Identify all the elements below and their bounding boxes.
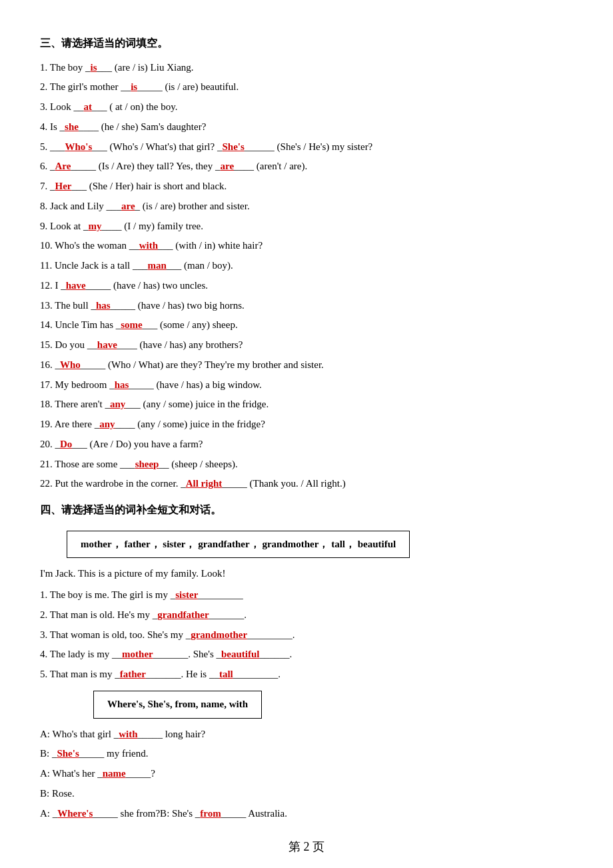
section3-item: 7. _Her___ (She / Her) hair is short and…: [40, 177, 573, 196]
item-answer: man: [148, 260, 167, 271]
item-post: _____ long hair?: [138, 729, 206, 739]
item-pre: The boy is me. The girl is my _: [50, 589, 175, 600]
item-post: _________: [198, 589, 243, 600]
item-answer: are: [121, 201, 135, 211]
item-post: _____ (Who / What) are they? They're my …: [81, 359, 324, 370]
item-number: 2.: [40, 609, 50, 620]
item-pre: Uncle Tim has _: [55, 319, 121, 330]
item-answer2: She's: [222, 141, 244, 152]
item-answer: Where's: [57, 808, 93, 819]
item-number: 19.: [40, 419, 55, 429]
item-pre: ___: [50, 141, 65, 152]
item-number: 1.: [40, 62, 50, 73]
item-post: ____ (aren't / are).: [234, 161, 307, 171]
item-number: 9.: [40, 221, 50, 231]
speaker-label: A:: [40, 729, 52, 739]
item-post: ___ (Are / Do) you have a farm?: [72, 439, 203, 449]
dialog-item: A: Who's that girl _with_____ long hair?: [40, 725, 573, 744]
item-number: 16.: [40, 359, 55, 370]
item-mid: _____ she from?B: She's _: [93, 808, 200, 819]
item-number: 15.: [40, 339, 55, 350]
item-number: 20.: [40, 439, 55, 449]
item-answer: Are: [55, 161, 71, 171]
section3-item: 16. _Who_____ (Who / What) are they? The…: [40, 356, 573, 375]
section3-title: 三、请选择适当的词填空。: [40, 33, 573, 53]
item-pre: Look __: [50, 101, 83, 112]
item-post: ____ (I / my) family tree.: [102, 221, 203, 231]
section3-item: 15. Do you __have____ (have / has) any b…: [40, 336, 573, 355]
item-answer2: tall: [219, 669, 233, 679]
item-number: 5.: [40, 141, 50, 152]
item-number: 3.: [40, 101, 50, 112]
item-answer: any: [110, 399, 125, 409]
item-pre: Jack and Lily ___: [50, 201, 121, 211]
item-number: 22.: [40, 478, 55, 489]
item-answer: any: [99, 419, 115, 429]
item-number: 17.: [40, 379, 55, 390]
speaker-label: A:: [40, 808, 53, 819]
item-mid: _______. She's _: [153, 649, 221, 659]
speaker-label: B:: [40, 788, 52, 799]
dialog-item: B: Rose.: [40, 785, 573, 803]
passage-item: 2. That man is old. He's my _grandfather…: [40, 606, 573, 625]
item-pre: Is _: [50, 121, 65, 132]
item-pre: Who's the woman __: [55, 240, 139, 251]
item-answer: grandmother: [191, 629, 247, 640]
item-answer: she: [65, 121, 79, 132]
item-post: ___ (some / any) sheep.: [143, 319, 238, 330]
section3-item: 4. Is _she____ (he / she) Sam's daughter…: [40, 118, 573, 137]
item-number: 7.: [40, 181, 50, 191]
item-answer: sister: [175, 589, 198, 600]
passage-list: 1. The boy is me. The girl is my _sister…: [40, 586, 573, 684]
passage-item: 5. That man is my _father_______. He is …: [40, 665, 573, 684]
item-post: __ (sheep / sheeps).: [159, 459, 237, 469]
item-pre: What's her _: [52, 768, 102, 779]
item-number: 4.: [40, 121, 50, 132]
item-number: 8.: [40, 201, 50, 211]
item-answer: at: [83, 101, 92, 112]
section3-item: 18. There aren't _any___ (any / some) ju…: [40, 395, 573, 414]
item-post: ______ (She's / He's) my sister?: [245, 141, 372, 152]
section3-item: 21. Those are some ___sheep__ (sheep / s…: [40, 455, 573, 474]
section4-title: 四、请选择适当的词补全短文和对话。: [40, 500, 573, 520]
item-answer: father: [120, 669, 146, 679]
item-answer: Her: [55, 181, 72, 191]
item-pre: My bedroom _: [55, 379, 115, 390]
section3-item: 19. Are there _any____ (any / some) juic…: [40, 415, 573, 434]
item-answer2: are: [221, 161, 235, 171]
item-pre: That man is my _: [50, 669, 120, 679]
item-pre: _: [55, 359, 61, 370]
item-post: _ (is / are) brother and sister.: [135, 201, 250, 211]
dialog-item: A: _Where's_____ she from?B: She's _from…: [40, 805, 573, 823]
item-answer: my: [89, 221, 102, 231]
item-answer: name: [103, 768, 126, 779]
item-post: ____ (have / has) any brothers?: [117, 339, 243, 350]
section3-item: 10. Who's the woman __with___ (with / in…: [40, 237, 573, 255]
item-mid: _______. He is __: [146, 669, 219, 679]
item-post: _____ (have / has) two uncles.: [86, 280, 208, 291]
passage-item: 1. The boy is me. The girl is my _sister…: [40, 586, 573, 605]
item-answer: is: [91, 62, 97, 73]
passage-intro: I'm Jack. This is a picture of my family…: [40, 565, 573, 583]
item-post: ____ (he / she) Sam's daughter?: [79, 121, 206, 132]
item-pre: Who's that girl _: [52, 729, 119, 739]
dialog-list: A: Who's that girl _with_____ long hair?…: [40, 725, 573, 823]
item-answer: Do: [60, 439, 72, 449]
item-number: 3.: [40, 629, 50, 640]
item-pre: Those are some ___: [55, 459, 135, 469]
item-post: _________.: [247, 629, 295, 640]
item-mid: ___ (Who's / What's) that girl? _: [92, 141, 222, 152]
item-pre: I _: [55, 280, 66, 291]
item-number: 14.: [40, 319, 55, 330]
item-answer2: beautiful: [221, 649, 260, 659]
speaker-label: B:: [40, 748, 52, 759]
section3-item: 3. Look __at___ ( at / on) the boy.: [40, 98, 573, 117]
item-post: _____ (is / are) beautiful.: [137, 81, 239, 92]
item-pre: Uncle Jack is a tall ___: [55, 260, 148, 271]
item-number: 1.: [40, 589, 50, 600]
section3-item: 22. Put the wardrobe in the corner. _All…: [40, 475, 573, 493]
item-answer: Who: [60, 359, 81, 370]
item-post: _____ my friend.: [79, 748, 149, 759]
dialog-item: A: What's her _name_____?: [40, 765, 573, 783]
item-pre: _: [50, 161, 55, 171]
